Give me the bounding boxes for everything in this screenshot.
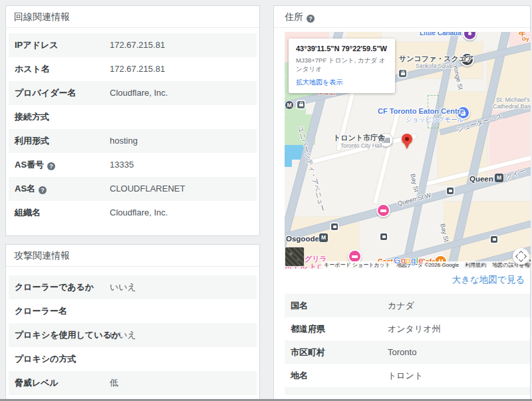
little-canada-poi-icon [463, 32, 477, 41]
table-row: AS番号? 13335 [9, 153, 257, 177]
streetcar-stop-icon [380, 233, 387, 240]
view-larger-map-link[interactable]: 拡大地図を表示 [296, 78, 388, 87]
row-value: Toronto [388, 340, 416, 364]
map-label-city-hall-jp: トロント市庁舎 [333, 133, 385, 143]
row-label: プロキシを使用しているか [15, 323, 120, 347]
table-row: クローラーであるか いいえ [9, 275, 257, 299]
map-label-gyu-sub: Gy [522, 36, 529, 42]
map-attribution-bar: キーボード ショートカット 地図データ ©2026 Google 利用規約 地図… [321, 261, 531, 269]
map-label-city-hall-en: Toronto City Hall [340, 142, 382, 149]
pan-control[interactable] [513, 248, 529, 265]
attack-info-panel: 攻撃関連情報 クローラーであるか いいえ クローラー名 プロキシを使用しているか… [5, 244, 260, 401]
row-label: 市区町村 [291, 340, 325, 364]
subway-station-icon: M [285, 101, 293, 109]
table-row: AS名? CLOUDFLARENET [9, 177, 257, 201]
map-pool [285, 160, 292, 167]
table-row: 市区町村 Toronto [285, 340, 530, 364]
panel-title: 攻撃関連情報 [6, 245, 259, 267]
terms-link[interactable]: 利用規約 [465, 261, 486, 269]
address-panel: 住所? M [273, 5, 531, 401]
row-value: Cloudflare, Inc. [110, 201, 168, 225]
row-label: 利用形式 [15, 129, 49, 153]
attack-info-table: クローラーであるか いいえ クローラー名 プロキシを使用しているか いいえ プロ… [9, 275, 257, 395]
help-icon[interactable]: ? [307, 15, 315, 23]
row-value: 低 [110, 371, 118, 395]
map-label-little-canada: Little Canada [420, 32, 462, 37]
map-info-card: 43°39'11.5"N 79°22'59.5"W MJ38+7PF トロント,… [289, 39, 395, 93]
map-label-bay-st: Bay St [409, 173, 420, 193]
pan-right-icon[interactable] [522, 254, 527, 259]
map-plus-code: MJ38+7PF トロント, カナダ オンタリオ [296, 56, 388, 73]
map-label-st-michaels-1: St. Michael's [496, 96, 530, 103]
map-label-eaton-centre: CF Toronto Eaton Centre [378, 107, 464, 115]
address-table: 国名 カナダ 都道府県 オンタリオ州 市区町村 Toronto 地名 トロント [285, 294, 530, 395]
row-label: ホスト名 [15, 57, 50, 81]
table-row: IPアドレス 172.67.215.81 [9, 33, 257, 57]
row-label: クローラー名 [15, 299, 67, 323]
row-label: 国名 [291, 294, 308, 317]
satellite-view-toggle[interactable] [285, 247, 305, 267]
table-row: 接続方式 [9, 105, 257, 129]
osgoode-station-icon: M [319, 233, 328, 242]
help-icon[interactable]: ? [47, 162, 55, 170]
table-row: 脅威レベル 低 [9, 371, 257, 395]
table-row: 組織名 Cloudflare, Inc. [9, 201, 257, 225]
panel-title: 住所? [274, 6, 530, 28]
row-label: 組織名 [15, 201, 41, 225]
table-row: 地名 トロント [285, 364, 530, 387]
row-value: hosting [110, 129, 138, 153]
row-value: 172.67.215.81 [110, 57, 165, 81]
line-info-panel: 回線関連情報 IPアドレス 172.67.215.81 ホスト名 172.67.… [5, 5, 260, 236]
row-value: トロント [388, 364, 423, 387]
google-logo[interactable]: Google [394, 255, 424, 265]
streetcar-stop-icon [447, 188, 454, 194]
streetcar-stop-icon [331, 223, 338, 230]
map-marker-pin[interactable] [402, 134, 412, 144]
map-label-osgoode-station: Osgoode [286, 235, 319, 243]
row-label: 地名 [291, 364, 308, 387]
panel-title: 回線関連情報 [6, 6, 259, 28]
row-label: 都道府県 [291, 317, 325, 340]
queen-station-icon: M [495, 174, 503, 182]
row-value: CLOUDFLARENET [110, 177, 185, 201]
map-label-eaton-centre-sub: ショッピングモール [406, 116, 464, 124]
line-info-table: IPアドレス 172.67.215.81 ホスト名 172.67.215.81 … [9, 33, 257, 225]
row-value: カナダ [388, 294, 414, 317]
google-map-embed[interactable]: M Little Canada 牛 Gy サンコファ・スクエア Sankofa … [285, 32, 531, 269]
help-icon[interactable]: ? [39, 186, 47, 194]
row-label: IPアドレス [15, 33, 59, 57]
ip-info-page: { "icons": {"help": "?"}, "colors": { "l… [0, 0, 532, 401]
table-row: ホスト名 172.67.215.81 [9, 57, 257, 81]
lock-icon [297, 101, 305, 108]
row-label: プロキシの方式 [15, 347, 76, 371]
row-label: 脅威レベル [15, 371, 59, 395]
streetcar-stop-icon [491, 236, 497, 243]
row-value: いいえ [110, 275, 136, 299]
table-row: 利用形式 hosting [9, 129, 257, 153]
open-large-map-link[interactable]: 大きな地図で見る [274, 274, 525, 286]
table-row: プロバイダー名 Cloudflare, Inc. [9, 81, 257, 105]
row-value: 172.67.215.81 [110, 33, 165, 57]
map-label-sankofa-en: Sankofa Square [416, 63, 456, 69]
map-coordinates: 43°39'11.5"N 79°22'59.5"W [296, 45, 388, 53]
row-label: クローラーであるか [15, 275, 94, 299]
table-row: プロキシの方式 [9, 347, 257, 371]
map-road-minor [373, 112, 400, 203]
keyboard-shortcuts-link[interactable]: キーボード ショートカット [324, 261, 390, 269]
row-value: いいえ [110, 323, 136, 347]
pan-down-icon[interactable] [519, 257, 523, 262]
row-label: プロバイダー名 [15, 81, 76, 105]
row-value: オンタリオ州 [388, 317, 441, 340]
row-value: 13335 [110, 153, 134, 177]
hotel-poi-icon [376, 203, 390, 217]
table-row: プロキシを使用しているか いいえ [9, 323, 257, 347]
lock-icon [399, 70, 406, 77]
table-row: 都道府県 オンタリオ州 [285, 317, 530, 340]
table-row: 国名 カナダ [285, 294, 530, 317]
row-label: 接続方式 [15, 105, 49, 129]
row-label: AS番号? [15, 153, 55, 177]
row-value: Cloudflare, Inc. [110, 81, 168, 105]
table-row-partial [285, 387, 530, 395]
map-label-st-michaels-2: Cathedral Basilica [493, 103, 531, 110]
map-label-queen-station: Queen [469, 175, 493, 183]
